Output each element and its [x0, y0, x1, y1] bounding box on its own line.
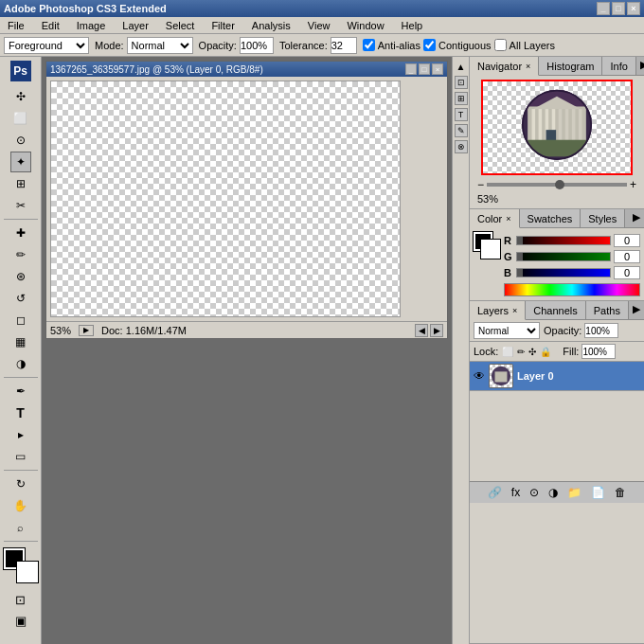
mode-dropdown[interactable]: Normal	[127, 37, 193, 54]
lasso-tool[interactable]: ⊙	[10, 130, 31, 151]
tab-histogram[interactable]: Histogram	[539, 57, 602, 75]
background-color-box[interactable]	[481, 240, 500, 259]
navigator-tab-close[interactable]: ×	[526, 62, 530, 71]
layer-visibility-icon[interactable]: 👁	[474, 369, 485, 383]
doc-maximize[interactable]: □	[419, 63, 430, 75]
quick-mask-tool[interactable]: ⊡	[10, 589, 31, 610]
panel-options-button[interactable]: ▶	[636, 57, 644, 75]
add-mask-icon[interactable]: ⊙	[527, 485, 542, 500]
layers-tab-close[interactable]: ×	[512, 306, 517, 315]
gradient-tool[interactable]: ▦	[10, 331, 31, 352]
fill-value[interactable]	[581, 344, 616, 359]
zoom-out-button[interactable]: −	[477, 178, 484, 191]
menu-window[interactable]: Window	[343, 19, 387, 32]
tab-swatches[interactable]: Swatches	[520, 209, 581, 227]
blue-slider-track[interactable]	[516, 268, 611, 277]
eraser-tool[interactable]: ◻	[10, 310, 31, 331]
color-spectrum-bar[interactable]	[504, 283, 640, 296]
mini-tool-1[interactable]: ⊡	[455, 76, 468, 89]
crop-tool[interactable]: ⊞	[10, 173, 31, 194]
panel-arrow-up[interactable]: ▲	[456, 61, 467, 73]
lock-all-icon[interactable]: 🔒	[540, 347, 551, 357]
mini-tool-2[interactable]: ⊞	[455, 92, 468, 105]
menu-layer[interactable]: Layer	[118, 19, 152, 32]
new-adjustment-icon[interactable]: ◑	[546, 485, 561, 500]
tab-channels[interactable]: Channels	[526, 301, 585, 319]
color-tab-close[interactable]: ×	[506, 214, 510, 224]
delete-layer-icon[interactable]: 🗑	[612, 485, 629, 500]
menu-image[interactable]: Image	[73, 19, 110, 32]
doc-close[interactable]: ×	[432, 63, 443, 75]
new-layer-icon[interactable]: 📄	[588, 485, 608, 500]
heal-tool[interactable]: ✚	[10, 223, 31, 243]
menu-edit[interactable]: Edit	[38, 19, 63, 32]
green-slider-thumb[interactable]	[517, 253, 523, 260]
mini-tool-5[interactable]: ⊗	[455, 140, 468, 153]
background-color[interactable]	[17, 562, 38, 582]
blend-mode-dropdown[interactable]: Normal	[474, 322, 540, 339]
shape-tool[interactable]: ▭	[10, 446, 31, 467]
blue-value[interactable]	[614, 266, 640, 279]
tolerance-input[interactable]	[331, 37, 357, 54]
marquee-tool[interactable]: ⬜	[10, 108, 31, 129]
blue-slider-thumb[interactable]	[517, 269, 523, 277]
menu-analysis[interactable]: Analysis	[248, 19, 295, 32]
mini-tool-3[interactable]: T	[455, 108, 468, 121]
zoom-options-button[interactable]: ▶	[79, 325, 94, 336]
anti-alias-checkbox[interactable]	[363, 39, 375, 51]
opacity-input[interactable]	[240, 37, 274, 54]
tab-styles[interactable]: Styles	[581, 209, 625, 227]
lock-transparent-icon[interactable]: ⬜	[502, 347, 513, 357]
lock-image-icon[interactable]: ✏	[517, 347, 525, 357]
menu-help[interactable]: Help	[398, 19, 427, 32]
zoom-in-button[interactable]: +	[630, 178, 636, 191]
layers-panel-options[interactable]: ▶	[629, 301, 644, 319]
red-slider-thumb[interactable]	[517, 237, 523, 244]
all-layers-checkbox[interactable]	[494, 39, 507, 51]
tab-paths[interactable]: Paths	[586, 301, 629, 319]
screen-mode-tool[interactable]: ▣	[10, 610, 31, 631]
close-button[interactable]: ×	[627, 2, 640, 15]
tab-info[interactable]: Info	[602, 57, 635, 75]
3d-tool[interactable]: ↻	[10, 474, 31, 494]
move-tool[interactable]: ✣	[10, 86, 31, 107]
menu-select[interactable]: Select	[162, 19, 199, 32]
add-style-icon[interactable]: fx	[509, 485, 523, 500]
zoom-slider[interactable]	[487, 183, 627, 187]
tab-navigator[interactable]: Navigator ×	[470, 57, 539, 76]
slice-tool[interactable]: ✂	[10, 195, 31, 216]
red-slider-track[interactable]	[516, 236, 611, 245]
minimize-button[interactable]: _	[597, 2, 610, 15]
menu-view[interactable]: View	[304, 19, 334, 32]
tab-color[interactable]: Color ×	[470, 209, 520, 228]
path-select-tool[interactable]: ▸	[10, 424, 31, 445]
scroll-right[interactable]: ▶	[430, 324, 443, 337]
brush-tool[interactable]: ✏	[10, 244, 31, 265]
hand-tool[interactable]: ✋	[10, 495, 31, 516]
stamp-tool[interactable]: ⊛	[10, 266, 31, 287]
canvas-container[interactable]: +	[50, 80, 401, 317]
mini-tool-4[interactable]: ✎	[455, 124, 468, 137]
title-bar-controls[interactable]: _ □ ×	[597, 2, 640, 15]
scroll-left[interactable]: ◀	[415, 324, 428, 337]
maximize-button[interactable]: □	[612, 2, 625, 15]
tab-layers[interactable]: Layers ×	[470, 301, 526, 320]
red-value[interactable]	[614, 234, 640, 247]
contiguous-checkbox[interactable]	[423, 39, 436, 51]
dodge-tool[interactable]: ◑	[10, 353, 31, 374]
new-group-icon[interactable]: 📁	[564, 485, 584, 500]
pen-tool[interactable]: ✒	[10, 381, 31, 402]
green-value[interactable]	[614, 250, 640, 263]
quick-select-tool[interactable]: ✦	[10, 152, 31, 172]
tool-preset-dropdown[interactable]: Foreground	[4, 37, 89, 54]
history-brush-tool[interactable]: ↺	[10, 288, 31, 309]
zoom-tool[interactable]: ⌕	[10, 517, 31, 538]
layer-item-0[interactable]: 👁 Layer 0	[470, 362, 644, 391]
lock-position-icon[interactable]: ✣	[528, 347, 536, 357]
doc-minimize[interactable]: _	[405, 63, 417, 75]
menu-filter[interactable]: Filter	[207, 19, 238, 32]
doc-title-controls[interactable]: _ □ ×	[405, 63, 443, 75]
opacity-value[interactable]	[584, 323, 618, 338]
link-layers-icon[interactable]: 🔗	[485, 485, 505, 500]
color-panel-options[interactable]: ▶	[629, 209, 644, 227]
